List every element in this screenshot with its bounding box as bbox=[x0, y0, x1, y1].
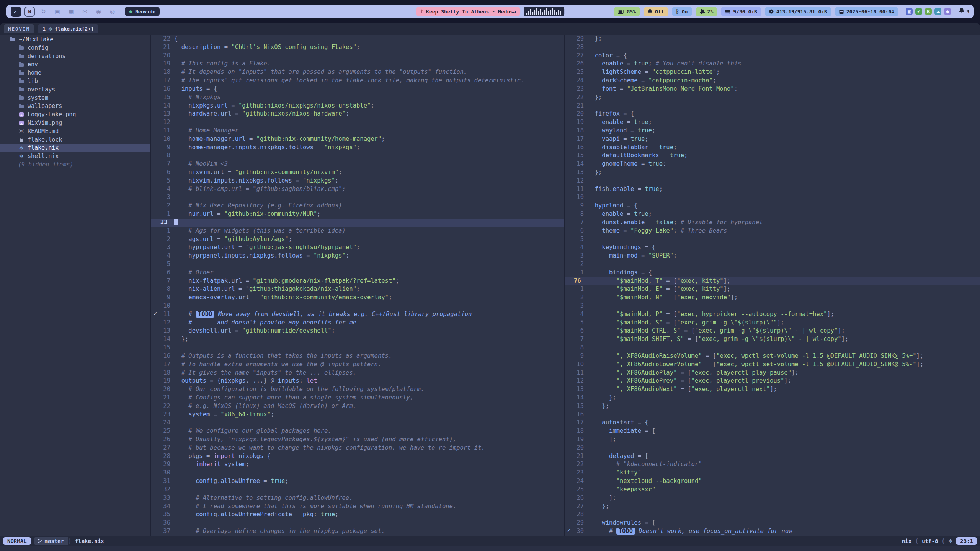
code-line[interactable]: 2 "$mainMod, N" = ["exec, neovide"]; bbox=[565, 294, 980, 302]
code-line[interactable]: ✓11 # TODO Move away from devshell, as i… bbox=[151, 311, 564, 319]
code-line[interactable]: ✓30 # TODO Doesn't work, use focus_on_ac… bbox=[565, 528, 980, 536]
workspace-neovim[interactable]: N bbox=[24, 7, 35, 17]
tree-item-lib[interactable]: lib bbox=[0, 77, 150, 85]
code-line[interactable]: 5 "$mainMod, S" = ["exec, grim -g \"$(sl… bbox=[565, 319, 980, 328]
code-line[interactable]: 23 system = "x86_64-linux"; bbox=[151, 411, 564, 419]
code-line[interactable]: 2 bbox=[565, 261, 980, 269]
code-line[interactable]: 2 # Nix User Repository (e.g. Firefox ad… bbox=[151, 202, 564, 210]
code-line[interactable]: 23 font = "JetBrainsMono Nerd Font Mono"… bbox=[565, 85, 980, 94]
code-line[interactable]: 5 nixvim.inputs.nixpkgs.follows = "nixpk… bbox=[151, 177, 564, 186]
code-line[interactable]: 8 enable = true; bbox=[565, 210, 980, 219]
code-line[interactable]: 9 emacs-overlay.url = "github:nix-commun… bbox=[151, 294, 564, 302]
code-line[interactable]: 36 bbox=[151, 519, 564, 528]
code-line[interactable]: 8 bbox=[151, 152, 564, 160]
code-line[interactable]: 3 bbox=[565, 302, 980, 311]
code-line[interactable]: 30 bbox=[151, 469, 564, 478]
code-line[interactable]: 19 # This config is a Flake. bbox=[151, 60, 564, 68]
status-chip-notifications[interactable]: Off bbox=[644, 7, 668, 16]
code-line[interactable]: 29 }; bbox=[565, 35, 980, 44]
code-line[interactable]: 26 ]; bbox=[565, 494, 980, 503]
code-line[interactable]: 28 bbox=[565, 44, 980, 52]
code-line[interactable]: 3 main-mod = "SUPER"; bbox=[565, 252, 980, 261]
code-line[interactable]: 12 bbox=[565, 177, 980, 186]
status-chip-battery[interactable]: 85% bbox=[614, 7, 640, 16]
code-line[interactable]: 7 nix-flatpak.url = "github:gmodena/nix-… bbox=[151, 277, 564, 286]
code-line[interactable]: 16 inputs = { bbox=[151, 85, 564, 94]
code-line[interactable]: 9 hyprland = { bbox=[565, 202, 980, 210]
tree-item-wallpapers[interactable]: wallpapers bbox=[0, 102, 150, 111]
code-line[interactable]: 12 ", XF86AudioPrev" = ["exec, playerctl… bbox=[565, 377, 980, 386]
code-line[interactable]: 32 bbox=[151, 486, 564, 494]
tree-item-flake-lock[interactable]: flake.lock bbox=[0, 135, 150, 144]
code-line[interactable]: 13 devshell.url = "github:numtide/devshe… bbox=[151, 327, 564, 336]
workspace-ws-3[interactable]: ↻ bbox=[38, 7, 49, 17]
code-line[interactable]: 28 pkgs = import nixpkgs { bbox=[151, 453, 564, 461]
tree-item-readme-md[interactable]: MREADME.md bbox=[0, 127, 150, 135]
code-line[interactable]: 12 # and doesn't provide any benefits fo… bbox=[151, 319, 564, 328]
code-line[interactable]: 9 ", XF86AudioRaiseVolume" = ["exec, wpc… bbox=[565, 352, 980, 361]
code-line[interactable]: 34 # I read somewhere that this is more … bbox=[151, 503, 564, 511]
code-line[interactable]: 26 enable = true; # You can't disable th… bbox=[565, 60, 980, 68]
code-line[interactable]: 6 "$mainMod CTRL, S" = ["exec, grim -g \… bbox=[565, 327, 980, 336]
tree-item-foggy-lake-png[interactable]: Foggy-Lake.png bbox=[0, 110, 150, 119]
tray-icon-applet[interactable]: ◆ bbox=[944, 8, 951, 15]
code-line[interactable]: 21 bbox=[565, 102, 980, 111]
code-line[interactable]: 4 # blink-cmp.url = "github:saghen/blink… bbox=[151, 186, 564, 194]
code-line[interactable]: 7 # NeoVim <3 bbox=[151, 160, 564, 169]
code-line[interactable]: 13 hardware.url = "github:nixos/nixos-ha… bbox=[151, 110, 564, 119]
tray-icon-nextcloud[interactable]: ☁ bbox=[934, 8, 941, 15]
status-chip-memory[interactable]: 9/30 GiB bbox=[721, 7, 761, 16]
code-line[interactable]: 1 "$mainMod, E" = ["exec, kitty"]; bbox=[565, 285, 980, 294]
code-line[interactable]: 20 firefox = { bbox=[565, 110, 980, 119]
code-line[interactable]: 25 # We configure our global packages he… bbox=[151, 427, 564, 436]
code-line[interactable]: 4 "$mainMod, P" = ["exec, hyprpicker --a… bbox=[565, 311, 980, 319]
tree-item-overlays[interactable]: overlays bbox=[0, 85, 150, 94]
code-line[interactable]: 6 # Other bbox=[151, 269, 564, 277]
code-line[interactable]: 20 bbox=[565, 444, 980, 453]
code-line[interactable]: 29 inherit system; bbox=[151, 461, 564, 469]
tree-item-config[interactable]: config bbox=[0, 44, 150, 52]
code-line[interactable]: 14 }; bbox=[151, 336, 564, 344]
tree-item-env[interactable]: env bbox=[0, 60, 150, 68]
code-line[interactable]: 20 bbox=[151, 52, 564, 60]
workspace-ws-4[interactable]: ▣ bbox=[52, 7, 62, 17]
code-line[interactable]: 3 hyprpanel.url = "github:jas-singhfsu/h… bbox=[151, 244, 564, 252]
code-line[interactable]: 35 config.allowUnfreePredicate = pkg: tr… bbox=[151, 511, 564, 519]
code-line[interactable]: 14 gnomeTheme = true; bbox=[565, 160, 980, 169]
tree-item-nixvim-png[interactable]: NixVim.png bbox=[0, 119, 150, 127]
code-line[interactable]: 5 bbox=[151, 261, 564, 269]
status-chip-cpu[interactable]: 2% bbox=[696, 7, 718, 16]
code-line[interactable]: 18 # It gives the name "inputs" to the .… bbox=[151, 369, 564, 378]
code-line[interactable]: 31 config.allowUnfree = true; bbox=[151, 478, 564, 486]
code-line[interactable]: 8 bbox=[565, 344, 980, 352]
workspace-terminal[interactable]: >_ bbox=[11, 7, 21, 17]
code-line[interactable]: 4 keybindings = { bbox=[565, 244, 980, 252]
code-line[interactable]: 21 description = "ChUrl's NixOS config u… bbox=[151, 44, 564, 52]
workspace-ws-7[interactable]: ◉ bbox=[93, 7, 104, 17]
workspace-ws-5[interactable]: ▦ bbox=[66, 7, 76, 17]
code-line[interactable]: 13 ", XF86AudioNext" = ["exec, playerctl… bbox=[565, 386, 980, 394]
code-line[interactable]: 16 bbox=[565, 411, 980, 419]
code-line[interactable]: 20 # Our configuration is buildable on t… bbox=[151, 386, 564, 394]
code-line[interactable]: 22 # e.g. NixOS (linux) and MacOS (darwi… bbox=[151, 403, 564, 411]
code-line[interactable]: 25 "keepassxc" bbox=[565, 486, 980, 494]
code-line[interactable]: 26 # Usually, "nixpkgs.legacyPackages.${… bbox=[151, 436, 564, 444]
code-line[interactable]: 2 ags.url = "github:Aylur/ags"; bbox=[151, 236, 564, 244]
code-line[interactable]: 13 }; bbox=[565, 169, 980, 177]
code-line[interactable]: 23 bbox=[151, 219, 564, 227]
code-line[interactable]: 1 nur.url = "github:nix-community/NUR"; bbox=[151, 210, 564, 219]
code-line[interactable]: 22{ bbox=[151, 35, 564, 44]
tree-item-home[interactable]: home bbox=[0, 68, 150, 77]
code-line[interactable]: 15 # Nixpkgs bbox=[151, 94, 564, 102]
code-line[interactable]: 33 # Alternative to setting config.allow… bbox=[151, 494, 564, 503]
code-line[interactable]: 27 }; bbox=[565, 503, 980, 511]
media-player-chip[interactable]: ♪ Keep Shelly In Athens - Medusa bbox=[416, 7, 520, 16]
code-line[interactable]: 21 delayed = [ bbox=[565, 453, 980, 461]
code-line[interactable]: 21 # Configs can support more than a sin… bbox=[151, 394, 564, 403]
code-line[interactable]: 18 # It depends on "inputs" that are pas… bbox=[151, 68, 564, 77]
code-line[interactable]: 16 # Outputs is a function that takes th… bbox=[151, 352, 564, 361]
code-line[interactable]: 15 bbox=[151, 344, 564, 352]
code-line[interactable]: 6 nixvim.url = "github:nix-community/nix… bbox=[151, 169, 564, 177]
code-line[interactable]: 23 "kitty" bbox=[565, 469, 980, 478]
code-line[interactable]: 7 dunst.enable = false; # Disable for hy… bbox=[565, 219, 980, 227]
